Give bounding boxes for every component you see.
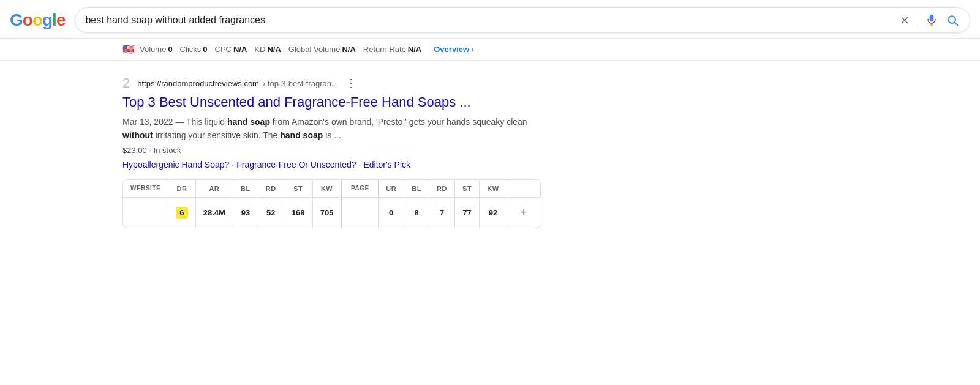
header: Google bbox=[0, 0, 980, 39]
ar-value: 28.4M bbox=[195, 197, 233, 228]
logo-o2: o bbox=[32, 10, 42, 29]
logo-e: e bbox=[56, 10, 66, 29]
result-title[interactable]: Top 3 Best Unscented and Fragrance-Free … bbox=[123, 94, 541, 111]
ur-header: UR bbox=[379, 180, 404, 198]
result-position: 2 bbox=[123, 75, 130, 91]
ur-value: 0 bbox=[379, 197, 404, 228]
clicks-label: Clicks bbox=[180, 45, 202, 54]
st-header-website: ST bbox=[284, 180, 312, 198]
rd-value-page: 7 bbox=[429, 197, 455, 228]
dr-header: DR bbox=[168, 180, 195, 198]
mic-button[interactable] bbox=[924, 13, 939, 28]
clicks-stat: Clicks 0 bbox=[180, 45, 208, 54]
logo-o1: o bbox=[23, 10, 32, 29]
rd-header-page: RD bbox=[429, 180, 455, 198]
more-options-icon[interactable]: ⋮ bbox=[345, 77, 356, 90]
kw-header-page: KW bbox=[480, 180, 507, 198]
volume-value: 0 bbox=[168, 45, 172, 54]
ar-header: AR bbox=[195, 180, 233, 198]
close-icon bbox=[899, 15, 910, 26]
kw-value-website: 705 bbox=[312, 197, 341, 228]
search-input[interactable] bbox=[85, 15, 893, 26]
volume-label: Volume bbox=[140, 45, 166, 54]
sitelink-editors-pick[interactable]: Editor's Pick bbox=[363, 160, 410, 170]
global-volume-label: Global Volume bbox=[288, 45, 341, 54]
search-icon bbox=[946, 14, 959, 26]
clear-button[interactable] bbox=[898, 13, 911, 27]
kw-header-website: KW bbox=[312, 180, 341, 198]
result-item: 2 https://randomproductreviews.com › top… bbox=[123, 75, 541, 230]
st-value-page: 77 bbox=[455, 197, 480, 228]
bl-value-page: 8 bbox=[404, 197, 429, 228]
cpc-label: CPC bbox=[215, 45, 232, 54]
search-divider bbox=[918, 14, 918, 26]
return-rate-stat: Return Rate N/A bbox=[363, 45, 421, 54]
kw-value-page: 92 bbox=[480, 197, 507, 228]
add-column-button[interactable]: + bbox=[514, 203, 533, 223]
main-content: 2 https://randomproductreviews.com › top… bbox=[0, 61, 551, 255]
metrics-header-row: WEBSITE DR AR BL RD ST KW PAGE UR BL RD … bbox=[123, 180, 541, 198]
result-meta-row: 2 https://randomproductreviews.com › top… bbox=[123, 75, 541, 91]
kd-stat: KD N/A bbox=[254, 45, 281, 54]
volume-stat: Volume 0 bbox=[140, 45, 173, 54]
google-logo: Google bbox=[10, 10, 65, 30]
return-rate-label: Return Rate bbox=[363, 45, 406, 54]
result-snippet-text: — This liquid hand soap from Amazon's ow… bbox=[123, 117, 527, 140]
result-url-domain: https://randomproductreviews.com bbox=[137, 79, 259, 88]
sitelink-sep-2: · bbox=[359, 160, 361, 170]
flag-icon: 🇺🇸 bbox=[123, 43, 135, 55]
plus-header bbox=[507, 180, 540, 198]
return-rate-value: N/A bbox=[408, 45, 421, 54]
rd-header-website: RD bbox=[258, 180, 284, 198]
metrics-table-wrapper: WEBSITE DR AR BL RD ST KW PAGE UR BL RD … bbox=[123, 179, 541, 228]
overview-link[interactable]: Overview › bbox=[434, 45, 474, 54]
logo-l: l bbox=[52, 10, 56, 29]
result-date: Mar 13, 2022 bbox=[123, 117, 173, 127]
rd-value-website: 52 bbox=[258, 197, 284, 228]
bl-value-website: 93 bbox=[233, 197, 258, 228]
cpc-stat: CPC N/A bbox=[215, 45, 247, 54]
metrics-data-row: 6 28.4M 93 52 168 705 0 8 7 77 92 + bbox=[123, 197, 541, 228]
plus-cell: + bbox=[507, 197, 540, 228]
clicks-value: 0 bbox=[203, 45, 207, 54]
cpc-value: N/A bbox=[233, 45, 247, 54]
logo-g2: g bbox=[42, 10, 52, 29]
result-sitelinks: Hypoallergenic Hand Soap? · Fragrance-Fr… bbox=[123, 160, 541, 170]
sitelink-fragrance-free[interactable]: Fragrance-Free Or Unscented? bbox=[236, 160, 356, 170]
result-url-path: › top-3-best-fragran... bbox=[263, 79, 338, 88]
kd-value: N/A bbox=[267, 45, 281, 54]
global-volume-stat: Global Volume N/A bbox=[288, 45, 356, 54]
dr-cell: 6 bbox=[168, 197, 195, 228]
logo-g: G bbox=[10, 10, 23, 29]
website-label-cell bbox=[123, 197, 168, 228]
bl-header-website: BL bbox=[233, 180, 258, 198]
page-label-cell bbox=[342, 197, 379, 228]
result-url-row: https://randomproductreviews.com › top-3… bbox=[137, 77, 356, 90]
st-value-website: 168 bbox=[284, 197, 312, 228]
st-header-page: ST bbox=[455, 180, 480, 198]
result-price: $23.00 · In stock bbox=[123, 146, 541, 155]
svg-line-5 bbox=[955, 23, 958, 26]
search-bar bbox=[75, 7, 970, 33]
sitelink-sep-1: · bbox=[232, 160, 234, 170]
sitelink-hypoallergenic[interactable]: Hypoallergenic Hand Soap? bbox=[123, 160, 229, 170]
kd-label: KD bbox=[254, 45, 265, 54]
result-snippet: Mar 13, 2022 — This liquid hand soap fro… bbox=[123, 115, 541, 142]
search-button[interactable] bbox=[945, 13, 960, 28]
mic-icon bbox=[925, 14, 938, 26]
page-section-header: PAGE bbox=[342, 180, 379, 198]
website-section-header: WEBSITE bbox=[123, 180, 168, 198]
search-bar-icons bbox=[898, 13, 960, 28]
bl-header-page: BL bbox=[404, 180, 429, 198]
dr-value: 6 bbox=[176, 207, 187, 219]
stats-bar: 🇺🇸 Volume 0 Clicks 0 CPC N/A KD N/A Glob… bbox=[0, 39, 980, 61]
metrics-table: WEBSITE DR AR BL RD ST KW PAGE UR BL RD … bbox=[123, 180, 541, 228]
global-volume-value: N/A bbox=[342, 45, 355, 54]
